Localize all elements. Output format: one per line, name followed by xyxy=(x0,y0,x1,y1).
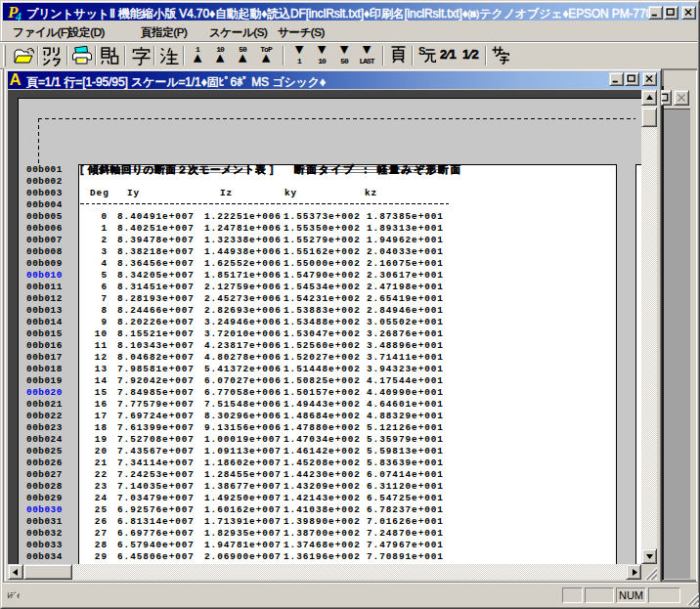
svg-text:4: 4 xyxy=(15,10,22,21)
